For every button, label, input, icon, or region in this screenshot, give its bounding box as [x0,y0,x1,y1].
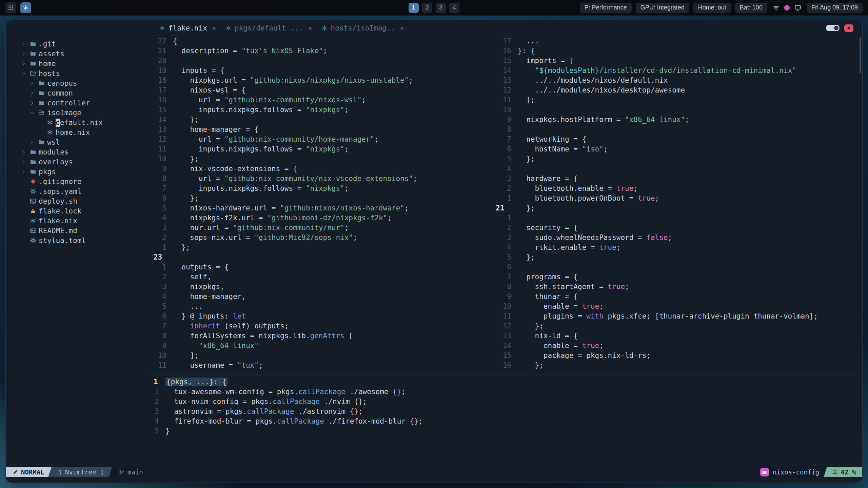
tab-close-icon[interactable]: × [400,24,404,32]
line-number: 14 [492,66,511,76]
chevron-right-icon[interactable] [19,150,28,155]
tree-item-label: hosts [38,69,60,78]
line-number: 22 [150,36,166,46]
tab-2[interactable]: hosts/isoImag..× [321,24,410,32]
code-text: astronvim = pkgs.callPackage ./astronvim… [159,407,363,416]
tree-item-isoImage[interactable]: isoImage [6,108,150,118]
tree-item-label: flake.nix [38,217,77,225]
code-line: 14 enable = true; [492,341,862,351]
code-line: 7 inherit (self) outputs; [150,321,492,331]
tree-item-overlays[interactable]: overlays [6,157,150,167]
tree-item-.git[interactable]: .git [6,39,150,49]
tree-item-.sops.yaml[interactable]: .sops.yaml [6,186,150,196]
line-number: 15 [492,56,511,66]
project-indicator: nixos-config [760,468,819,476]
folder-icon [28,149,38,155]
tree-item-README.md[interactable]: README.md [6,226,150,236]
tab-close-icon[interactable]: × [212,24,216,32]
tree-item-.gitignore[interactable]: .gitignore [6,177,150,186]
wifi-icon[interactable] [773,4,780,11]
folder-open-icon [28,70,38,77]
nix-app-button[interactable] [20,2,31,13]
line-number: 13 [150,125,166,135]
git-branch-icon [119,469,124,475]
code-line: 20 [150,56,492,66]
tree-item-flake.lock[interactable]: flake.lock [6,206,150,216]
window-toggle-button[interactable] [826,25,840,31]
tree-item-controller[interactable]: controller [6,98,150,108]
tree-item-default.nix[interactable]: default.nix [6,118,150,127]
chevron-right-icon[interactable] [19,52,28,56]
chevron-right-icon[interactable] [19,169,28,174]
workspace-button-1[interactable]: 1 [409,3,419,13]
tab-close-icon[interactable]: × [308,24,312,32]
code-text: outputs = { [166,262,229,272]
tab-0[interactable]: flake.nix× [159,24,222,32]
code-line: 15 inputs.nixpkgs.follows = "nixpkgs"; [150,105,492,115]
code-text [511,213,518,223]
tree-item-pkgs[interactable]: pkgs [6,167,150,177]
scrollbar-thumb[interactable] [860,37,861,73]
nvimtree-file-explorer[interactable]: .gitassetshomehostscanopuscommoncontroll… [6,36,150,467]
code-text: thunar = { [511,292,578,302]
line-number: 4 [150,416,159,426]
tree-item-canopus[interactable]: canopus [6,78,150,88]
code-line: 4 firefox-mod-blur = pkgs.callPackage ./… [150,416,862,426]
code-line: 23 [150,252,492,262]
line-number: 18 [150,76,166,85]
tree-item-label: .sops.yaml [38,187,81,196]
code-line: 2 security = { [492,223,862,233]
tree-item-modules[interactable]: modules [6,147,150,157]
line-number: 3 [150,282,166,292]
tree-item-stylua.toml[interactable]: stylua.toml [6,236,150,245]
line-number: 11 [492,95,511,105]
chevron-right-icon[interactable] [28,81,37,86]
code-line: 1 }; [150,243,492,252]
window-close-button[interactable]: × [844,24,853,32]
tree-item-common[interactable]: common [6,88,150,98]
tree-item-hosts[interactable]: hosts [6,68,150,78]
tree-item-deploy.sh[interactable]: deploy.sh [6,196,150,206]
color-dot-icon[interactable] [784,5,790,11]
code-line: 13 nix-ld = { [492,331,862,341]
editor-pane-flake-nix[interactable]: 22{21 description = "tux's NixOS Flake";… [150,36,492,374]
folder-icon [37,90,46,96]
tab-1[interactable]: pkgs/default ...× [225,24,318,32]
editor-pane-iso-default-nix[interactable]: 17 ...16}: {15 imports = [14 "${modulesP… [492,36,862,374]
tree-item-home[interactable]: home [6,59,150,68]
chevron-right-icon[interactable] [19,61,28,66]
code-line: 6 }; [150,194,492,203]
tree-item-label: canopus [46,79,77,87]
buffer-tabs: flake.nix×pkgs/default ...×hosts/isoImag… [159,24,413,32]
clock[interactable]: Fri Aug 09, 17:09 [807,3,863,13]
workspace-button-4[interactable]: 4 [449,3,459,13]
code-line: 9 nixpkgs.hostPlatform = "x86_64-linux"; [492,115,862,125]
chevron-right-icon[interactable] [28,91,37,96]
tree-item-wsl[interactable]: wsl [6,137,150,147]
tree-item-flake.nix[interactable]: flake.nix [6,216,150,226]
chevron-down-icon[interactable] [28,110,37,115]
workspace-button-3[interactable]: 3 [436,3,446,13]
folder-icon [28,41,38,47]
code-text: } @ inputs: let [166,311,246,321]
code-line: 22{ [150,36,492,46]
tab-label: hosts/isoImag.. [331,24,395,32]
editor-pane-pkgs-default-nix[interactable]: 1{pkgs, ...}: {1 tux-awesome-wm-config =… [150,374,862,467]
app-launcher-button[interactable] [5,2,16,13]
code-line: 16}: { [492,46,862,56]
chevron-down-icon[interactable] [19,71,28,76]
chevron-right-icon[interactable] [19,160,28,164]
line-number: 5 [150,203,166,213]
line-number: 3 [150,407,159,416]
line-number: 3 [150,223,166,233]
folder-icon [28,60,38,67]
chevron-right-icon[interactable] [28,140,37,145]
line-number: 7 [150,321,166,331]
tree-item-home.nix[interactable]: home.nix [6,127,150,137]
line-number: 21 [492,203,511,213]
chevron-right-icon[interactable] [19,42,28,46]
chevron-right-icon[interactable] [28,101,37,105]
tree-item-assets[interactable]: assets [6,49,150,59]
workspace-button-2[interactable]: 2 [422,3,432,13]
display-icon[interactable] [794,4,801,11]
